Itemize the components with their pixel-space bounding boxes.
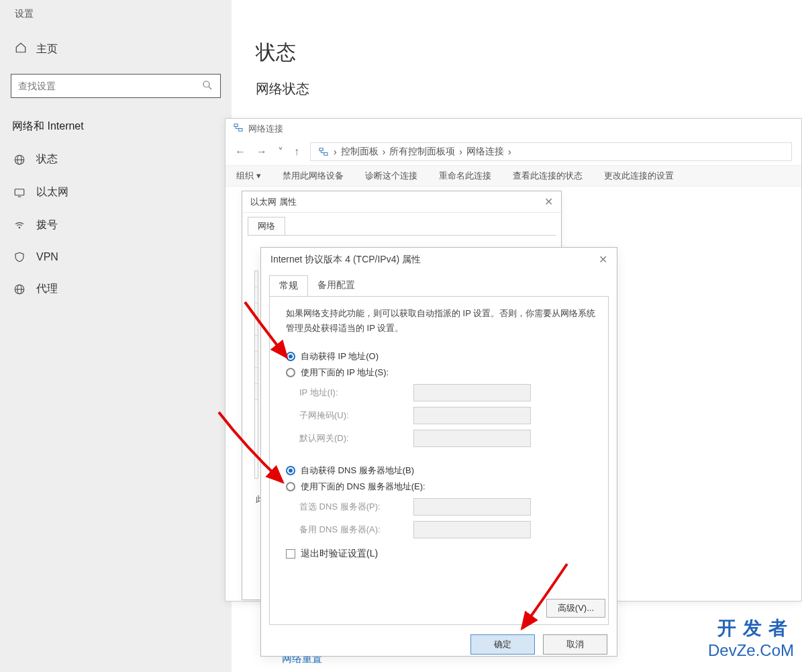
- ipv4-desc: 如果网络支持此功能，则可以获取自动指派的 IP 设置。否则，你需要从网络系统管理…: [286, 306, 596, 336]
- input-subnet-mask[interactable]: [413, 407, 531, 424]
- recent-dropdown-icon[interactable]: ˅: [278, 146, 283, 158]
- toolbar-changesettings[interactable]: 更改此连接的设置: [604, 170, 674, 182]
- radio-label: 使用下面的 DNS 服务器地址(E):: [301, 481, 425, 493]
- lbl-subnet-mask: 子网掩码(U):: [299, 410, 413, 422]
- dns-group: 自动获得 DNS 服务器地址(B) 使用下面的 DNS 服务器地址(E): 首选…: [286, 465, 596, 538]
- sidebar-item-label: VPN: [36, 251, 58, 263]
- toolbar-organize[interactable]: 组织 ▾: [236, 170, 261, 182]
- sidebar-section-network: 网络和 Internet: [0, 115, 232, 143]
- nc-breadcrumb[interactable]: › 控制面板› 所有控制面板项› 网络连接›: [310, 142, 792, 161]
- radio-icon: [286, 482, 295, 491]
- radio-icon: [286, 352, 295, 361]
- nc-toolbar: 组织 ▾ 禁用此网络设备 诊断这个连接 重命名此连接 查看此连接的状态 更改此连…: [225, 165, 801, 187]
- svg-rect-11: [239, 129, 242, 132]
- section-network-status: 网络状态: [256, 80, 778, 98]
- toolbar-disable[interactable]: 禁用此网络设备: [283, 170, 344, 182]
- nc-titlebar: 网络连接: [225, 119, 801, 138]
- radio-label: 自动获得 IP 地址(O): [301, 350, 379, 363]
- sidebar-item-vpn[interactable]: VPN: [0, 242, 232, 273]
- radio-icon: [286, 368, 295, 377]
- radio-auto-dns[interactable]: 自动获得 DNS 服务器地址(B): [286, 465, 596, 477]
- forward-arrow-icon[interactable]: →: [256, 146, 267, 158]
- up-arrow-icon[interactable]: ↑: [294, 146, 299, 158]
- watermark-line2: DevZe.CoM: [708, 641, 794, 660]
- radio-icon: [286, 466, 295, 475]
- input-gateway[interactable]: [413, 430, 531, 447]
- sidebar-item-ethernet[interactable]: 以太网: [0, 176, 232, 209]
- settings-sidebar: 设置 主页 网络和 Internet 状态 以太网 拨号 VPN: [0, 0, 232, 672]
- eth-component-list-partial: [254, 271, 258, 479]
- lbl-alternate-dns: 备用 DNS 服务器(A):: [299, 524, 413, 536]
- breadcrumb-item[interactable]: 网络连接: [466, 146, 504, 158]
- watermark: 开发者 DevZe.CoM: [708, 616, 794, 660]
- radio-manual-ip[interactable]: 使用下面的 IP 地址(S):: [286, 367, 596, 379]
- svg-point-0: [203, 81, 209, 87]
- close-icon[interactable]: ✕: [544, 195, 553, 208]
- settings-app-title: 设置: [15, 8, 232, 20]
- ipv4-tab-alternate[interactable]: 备用配置: [308, 275, 364, 297]
- proxy-icon: [12, 283, 27, 295]
- search-input[interactable]: [18, 81, 201, 91]
- svg-rect-10: [234, 124, 238, 127]
- sidebar-home-label: 主页: [36, 42, 58, 56]
- sidebar-item-proxy[interactable]: 代理: [0, 273, 232, 305]
- eth-title: 以太网 属性: [250, 196, 297, 208]
- input-ip-address[interactable]: [413, 384, 531, 401]
- lbl-ip-address: IP 地址(I):: [299, 387, 413, 399]
- sidebar-item-label: 代理: [36, 282, 58, 296]
- sidebar-item-dialup[interactable]: 拨号: [0, 209, 232, 242]
- checkbox-label: 退出时验证设置(L): [301, 548, 378, 560]
- page-title: 状态: [256, 39, 778, 66]
- checkbox-validate-on-exit[interactable]: 退出时验证设置(L): [286, 548, 596, 560]
- sidebar-search[interactable]: [11, 74, 221, 98]
- ipv4-tab-general[interactable]: 常规: [269, 275, 308, 297]
- input-alternate-dns[interactable]: [413, 521, 531, 538]
- ethernet-icon: [12, 187, 27, 199]
- toolbar-viewstatus[interactable]: 查看此连接的状态: [513, 170, 583, 182]
- ipv4-title: Internet 协议版本 4 (TCP/IPv4) 属性: [270, 254, 421, 266]
- back-arrow-icon[interactable]: ←: [235, 146, 246, 158]
- toolbar-diagnose[interactable]: 诊断这个连接: [365, 170, 417, 182]
- sidebar-home[interactable]: 主页: [0, 36, 232, 62]
- dialup-icon: [12, 220, 27, 232]
- search-icon: [201, 79, 213, 93]
- ipv4-panel: 如果网络支持此功能，则可以获取自动指派的 IP 设置。否则，你需要从网络系统管理…: [269, 296, 609, 625]
- ip-group: 自动获得 IP 地址(O) 使用下面的 IP 地址(S): IP 地址(I): …: [286, 350, 596, 447]
- radio-auto-ip[interactable]: 自动获得 IP 地址(O): [286, 350, 596, 363]
- watermark-line1: 开发者: [708, 616, 794, 641]
- home-icon: [15, 42, 27, 56]
- dialog-ipv4-properties: Internet 协议版本 4 (TCP/IPv4) 属性 ✕ 常规 备用配置 …: [260, 247, 617, 657]
- sidebar-item-label: 状态: [36, 152, 58, 166]
- svg-rect-12: [319, 148, 323, 151]
- vpn-icon: [12, 251, 27, 263]
- breadcrumb-item[interactable]: 所有控制面板项: [389, 146, 455, 158]
- network-icon: [317, 146, 330, 158]
- svg-rect-13: [324, 153, 328, 156]
- radio-label: 自动获得 DNS 服务器地址(B): [301, 465, 414, 477]
- lbl-gateway: 默认网关(D):: [299, 432, 413, 444]
- eth-tab-network[interactable]: 网络: [248, 217, 285, 235]
- breadcrumb-item[interactable]: 控制面板: [341, 146, 379, 158]
- sidebar-item-label: 以太网: [36, 185, 68, 199]
- nc-navrow: ← → ˅ ↑ › 控制面板› 所有控制面板项› 网络连接›: [225, 138, 801, 165]
- lbl-preferred-dns: 首选 DNS 服务器(P):: [299, 501, 413, 513]
- svg-rect-4: [15, 189, 24, 195]
- toolbar-rename[interactable]: 重命名此连接: [439, 170, 491, 182]
- svg-point-6: [19, 227, 20, 228]
- status-icon: [12, 154, 27, 166]
- nc-title: 网络连接: [248, 123, 283, 135]
- input-preferred-dns[interactable]: [413, 498, 531, 516]
- close-icon[interactable]: ✕: [599, 253, 607, 266]
- checkbox-icon: [286, 549, 295, 559]
- radio-manual-dns[interactable]: 使用下面的 DNS 服务器地址(E):: [286, 481, 596, 493]
- network-icon: [232, 122, 244, 136]
- cancel-button[interactable]: 取消: [543, 634, 607, 655]
- advanced-button[interactable]: 高级(V)...: [546, 599, 605, 618]
- ok-button[interactable]: 确定: [470, 634, 535, 655]
- sidebar-item-label: 拨号: [36, 218, 58, 232]
- sidebar-item-status[interactable]: 状态: [0, 143, 232, 176]
- svg-line-1: [209, 87, 211, 89]
- radio-label: 使用下面的 IP 地址(S):: [301, 367, 389, 379]
